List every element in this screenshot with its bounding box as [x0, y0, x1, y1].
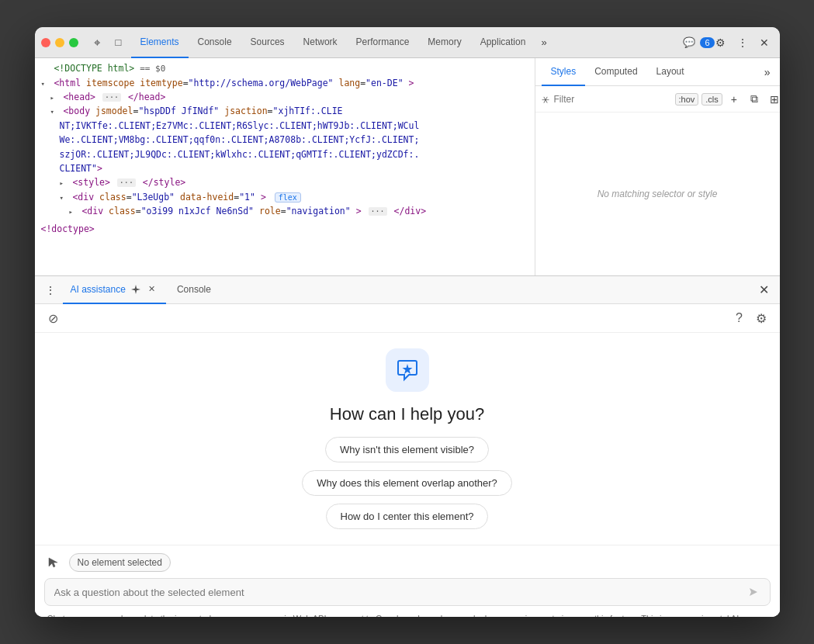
window-controls	[41, 38, 78, 47]
ai-main-area: How can I help you? Why isn't this eleme…	[35, 333, 780, 545]
cls-button[interactable]: .cls	[701, 93, 722, 106]
styles-tabs: Styles Computed Layout »	[535, 58, 780, 86]
tab-layout[interactable]: Layout	[647, 58, 694, 86]
tab-memory[interactable]: Memory	[418, 27, 470, 58]
element-selector-chip[interactable]: No element selected	[69, 553, 171, 572]
tab-application[interactable]: Application	[471, 27, 535, 58]
elements-panel: <!DOCTYPE html> == $0 <html itemscope it…	[35, 58, 535, 275]
add-style-button[interactable]: +	[726, 91, 743, 108]
tab-sources[interactable]: Sources	[241, 27, 294, 58]
drawer-tabs: ⋮ AI assistance ✕ Console ✕	[35, 276, 780, 304]
ai-assistance-label: AI assistance	[71, 284, 126, 295]
ai-input-row	[44, 578, 771, 606]
tree-line: NT;IVKTfe:.CLIENT;Ez7VMc:.CLIENT;R6Slyc:…	[35, 119, 535, 133]
tab-performance[interactable]: Performance	[347, 27, 419, 58]
elements-tree: <!DOCTYPE html> == $0 <html itemscope it…	[35, 58, 535, 275]
cursor-icon	[44, 553, 63, 572]
close-drawer-button[interactable]: ✕	[755, 281, 774, 299]
tree-content: <html	[54, 78, 81, 88]
ai-bottom: No element selected Chat messages and an…	[35, 545, 780, 617]
ai-toolbar: ⊘ ? ⚙	[35, 304, 780, 333]
ai-disclaimer: Chat messages and any data the inspected…	[44, 612, 771, 617]
tree-line: szjOR:.CLIENT;JL9QDc:.CLIENT;kWlxhc:.CLI…	[35, 147, 535, 161]
question-icon: ?	[736, 311, 743, 325]
notification-button[interactable]: 💬 6	[690, 33, 708, 52]
hov-button[interactable]: :hov	[675, 93, 699, 106]
element-selector-row: No element selected	[44, 553, 771, 572]
tree-doctype-bottom[interactable]: <!doctype>	[35, 222, 535, 236]
tree-line[interactable]: <div class="L3eUgb" data-hveid="1" > fle…	[35, 190, 535, 204]
ai-assistance-content: ⊘ ? ⚙	[35, 304, 780, 617]
tree-line: We:.CLIENT;VM8bg:.CLIENT;qqf0n:.CLIENT;A…	[35, 133, 535, 147]
tree-line[interactable]: <body jsmodel="hspDDf JfINdf" jsaction="…	[35, 104, 535, 118]
suggestion-chip-2[interactable]: Why does this element overlap another?	[302, 470, 512, 496]
send-button[interactable]	[746, 585, 760, 599]
bottom-drawer: ⋮ AI assistance ✕ Console ✕ ⊘	[35, 275, 780, 617]
tab-console[interactable]: Console	[189, 27, 241, 58]
close-icon: ✕	[760, 36, 769, 49]
close-ai-tab-button[interactable]: ✕	[146, 283, 158, 296]
main-content: <!DOCTYPE html> == $0 <html itemscope it…	[35, 58, 780, 275]
settings-icon: ⚙	[756, 311, 767, 326]
more-icon: ⋮	[737, 36, 748, 49]
styles-no-match: No matching selector or style	[535, 113, 780, 275]
inspect-element-button[interactable]: ⌖	[88, 33, 106, 52]
tab-computed[interactable]: Computed	[585, 58, 646, 86]
more-options-button[interactable]: ⋮	[733, 33, 752, 52]
tree-triangle[interactable]	[69, 206, 77, 217]
minimize-window-button[interactable]	[55, 38, 64, 47]
tree-line[interactable]: <!DOCTYPE html> == $0	[35, 61, 535, 76]
tree-triangle[interactable]	[50, 106, 58, 117]
tab-styles[interactable]: Styles	[542, 58, 586, 86]
tree-triangle[interactable]	[60, 192, 68, 203]
tree-triangle[interactable]	[50, 92, 58, 103]
tab-elements[interactable]: Elements	[131, 27, 189, 58]
console-tab-label: Console	[177, 284, 211, 295]
styles-filter-input[interactable]	[554, 94, 670, 105]
filter-icon: ⚹	[542, 94, 549, 105]
tab-more-button[interactable]: »	[535, 27, 552, 58]
copy-style-button[interactable]: ⧉	[746, 91, 763, 108]
ai-icon-container	[386, 348, 429, 392]
maximize-window-button[interactable]	[69, 38, 78, 47]
dollar-zero: == $0	[140, 64, 165, 74]
ai-sparkle-icon	[130, 284, 141, 295]
suggestion-chip-3[interactable]: How do I center this element?	[326, 504, 489, 529]
clear-chat-button[interactable]: ⊘	[44, 309, 63, 327]
styles-filter-bar: ⚹ :hov .cls + ⧉ ⊞	[535, 86, 780, 113]
device-toggle-button[interactable]: □	[109, 33, 128, 52]
tree-content: <!DOCTYPE html>	[54, 63, 134, 74]
tree-triangle[interactable]	[60, 178, 68, 189]
grid-view-button[interactable]: ⊞	[766, 91, 780, 108]
tree-line[interactable]: <head> ··· </head>	[35, 90, 535, 104]
close-devtools-button[interactable]: ✕	[755, 33, 774, 52]
flex-badge: flex	[275, 192, 301, 203]
ai-headline: How can I help you?	[330, 404, 484, 424]
tab-network[interactable]: Network	[294, 27, 347, 58]
drawer-tab-ai-assistance[interactable]: AI assistance ✕	[63, 276, 166, 304]
tree-triangle[interactable]	[41, 78, 49, 89]
drawer-menu-button[interactable]: ⋮	[41, 281, 60, 299]
drawer-tab-console[interactable]: Console	[169, 276, 219, 304]
tree-line[interactable]: <style> ··· </style>	[35, 175, 535, 189]
ai-chat-icon	[395, 358, 420, 383]
settings-button[interactable]: ⚙	[712, 33, 730, 52]
notification-icon: 💬	[683, 36, 695, 48]
no-entry-icon: ⊘	[48, 311, 58, 326]
tree-line[interactable]: <html itemscope itemtype="http://schema.…	[35, 76, 535, 90]
suggestion-chip-1[interactable]: Why isn't this element visible?	[325, 437, 489, 462]
close-window-button[interactable]	[41, 38, 50, 47]
styles-tab-more[interactable]: »	[761, 66, 774, 78]
ai-toolbar-right: ? ⚙	[730, 309, 771, 327]
ai-question-input[interactable]	[54, 587, 740, 598]
title-bar: ⌖ □ Elements Console Sources Network Per…	[35, 27, 780, 58]
ai-settings-button[interactable]: ⚙	[752, 309, 771, 327]
tabs-bar: Elements Console Sources Network Perform…	[131, 27, 687, 58]
send-icon	[746, 585, 760, 599]
tree-line[interactable]: <div class="o3i99 n1xJcf Ne6nSd" role="n…	[35, 204, 535, 218]
tree-line: CLIENT">	[35, 161, 535, 175]
help-button[interactable]: ?	[730, 309, 749, 327]
devtools-window: ⌖ □ Elements Console Sources Network Per…	[35, 27, 780, 617]
gear-icon: ⚙	[715, 36, 726, 49]
title-bar-right: 💬 6 ⚙ ⋮ ✕	[690, 33, 774, 52]
